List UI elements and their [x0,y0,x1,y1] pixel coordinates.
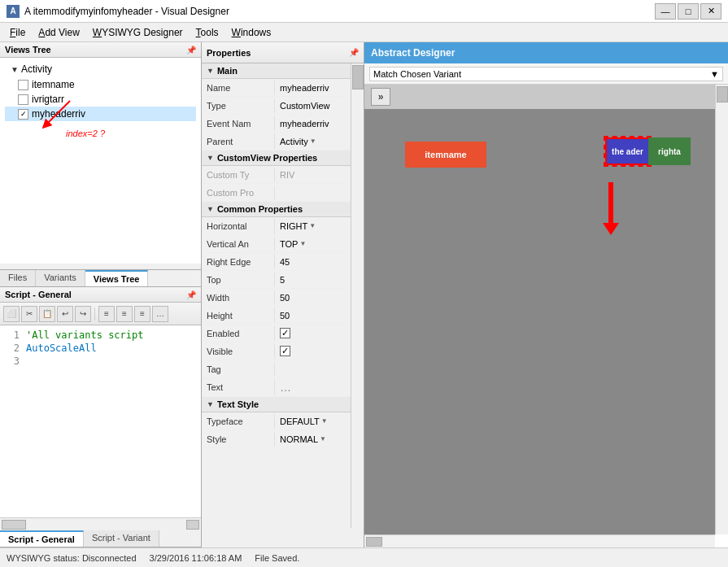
left-panel: Views Tree 📌 ▼ Activity itemname [0,42,202,547]
visible-checkbox[interactable] [280,346,290,356]
section-common[interactable]: ▼ Common Properties [202,202,364,217]
code-line-2: 2 AutoScaleAll [3,342,198,355]
properties-header: Properties 📌 [202,42,364,63]
enabled-checkbox[interactable] [280,328,290,338]
props-scroll-thumb[interactable] [352,65,364,89]
undo-icon[interactable]: ↩ [57,306,73,322]
designer-vscroll[interactable] [715,85,728,534]
prop-text: Text … [202,378,364,397]
prop-key-right-edge: Right Edge [202,255,275,269]
annotation-area: index=2 ? [21,121,196,162]
menu-file[interactable]: File [3,25,32,40]
tree-label-itemname: itemname [32,79,75,90]
designer-panel: Abstract Designer Match Chosen Variant ▼… [364,42,728,547]
separator [94,307,95,321]
navigate-button[interactable]: » [371,88,390,106]
designer-canvas[interactable]: » itemname the ader righta [364,85,715,534]
prop-tag: Tag [202,360,364,378]
props-scroll[interactable]: ▼ Main Name myheaderriv Type CustomView … [202,63,364,547]
line-num-3: 3 [3,355,20,367]
views-tree-title: Views Tree [5,45,51,55]
panel-pin-icon[interactable]: 📌 [186,46,196,55]
paste-icon[interactable]: 📋 [39,306,55,322]
scroll-thumb-right[interactable] [186,520,199,530]
prop-key-parent: Parent [202,134,275,149]
menu-windows[interactable]: Windows [225,25,278,40]
tree-expand-icon[interactable]: ▼ [8,63,21,76]
align-center-icon[interactable]: ≡ [116,306,133,322]
tab-script-general[interactable]: Script - General [0,530,84,547]
properties-panel: Properties 📌 ▼ Main Name myheaderriv Typ… [202,42,364,547]
section-customview[interactable]: ▼ CustomView Properties [202,150,364,166]
prop-right-edge: Right Edge 45 [202,253,364,271]
text-dots-button[interactable]: … [280,381,291,394]
section-text-style[interactable]: ▼ Text Style [202,397,364,412]
tab-script-variant[interactable]: Script - Variant [84,530,159,547]
script-panel: Script - General 📌 ⬜ ✂ 📋 ↩ ↪ ≡ ≡ ≡ … 1 '… [0,287,201,530]
align-right-icon[interactable]: ≡ [134,306,150,322]
tab-variants[interactable]: Variants [36,270,85,286]
prop-key-visible: Visible [202,344,275,359]
properties-pin-icon[interactable]: 📌 [349,48,359,57]
menu-tools[interactable]: Tools [190,25,225,40]
bottom-tabs: Files Variants Views Tree [0,270,201,287]
designer-vscroll-thumb[interactable] [717,86,728,102]
typeface-dropdown-arrow[interactable]: ▼ [321,417,328,425]
prop-height: Height 50 [202,307,364,325]
designer-hscroll[interactable] [364,534,715,547]
scroll-track [28,518,185,530]
prop-custom-type: Custom Ty RIV [202,166,364,184]
canvas-arrow [603,182,619,235]
prop-name: Name myheaderriv [202,79,364,97]
prop-key-tag: Tag [202,362,275,377]
menu-add-view[interactable]: Add View [32,25,86,40]
style-dropdown-arrow[interactable]: ▼ [320,435,326,443]
prop-key-top: Top [202,273,275,287]
prop-key-style: Style [202,432,275,447]
code-line-3: 3 [3,355,198,368]
script-bottom-tabs: Script - General Script - Variant [0,530,201,547]
align-left-icon[interactable]: ≡ [98,306,115,322]
widget-header[interactable]: the ader [605,137,650,165]
scroll-thumb-left[interactable] [2,520,26,530]
menu-wysiwyg[interactable]: WYSIWYG Designer [86,25,190,40]
script-content[interactable]: 1 'All variants script 2 AutoScaleAll 3 [0,325,201,517]
props-vscroll[interactable] [351,63,364,528]
prop-parent: Parent Activity ▼ [202,133,364,150]
views-tree-panel: Views Tree 📌 ▼ Activity itemname [0,42,201,270]
tree-item-activity[interactable]: ▼ Activity [5,61,196,77]
tree-item-itemname[interactable]: itemname [5,77,196,92]
prop-key-typeface: Typeface [202,414,275,429]
tree-label-activity: Activity [21,63,52,75]
minimize-button[interactable]: — [655,3,676,20]
widget-itemname[interactable]: itemname [405,142,486,168]
maximize-button[interactable]: □ [678,3,699,20]
prop-typeface: Typeface DEFAULT ▼ [202,412,364,430]
panel-header-icons: 📌 [186,46,196,55]
canvas-top-strip: » [364,85,715,109]
status-bar: WYSIWYG status: Disconnected 3/29/2016 1… [0,547,728,567]
window-controls: — □ ✕ [655,3,721,20]
prop-type: Type CustomView [202,97,364,115]
vertical-dropdown-arrow[interactable]: ▼ [299,240,306,247]
code-text-2: AutoScaleAll [26,342,97,354]
redo-icon[interactable]: ↪ [75,306,91,322]
prop-horizontal: Horizontal RIGHT ▼ [202,217,364,235]
close-button[interactable]: ✕ [700,3,721,20]
script-pin-icon[interactable]: 📌 [186,290,196,299]
designer-hscroll-thumb[interactable] [366,537,382,547]
tab-views-tree[interactable]: Views Tree [85,270,149,286]
widget-rightarr[interactable]: righta [648,137,691,165]
variant-dropdown[interactable]: Match Chosen Variant ▼ [369,67,723,81]
prop-custom-props: Custom Pro [202,184,364,202]
script-hscroll[interactable] [0,517,201,530]
more-icon[interactable]: … [152,306,168,322]
cut-icon[interactable]: ✂ [21,306,37,322]
parent-dropdown-arrow[interactable]: ▼ [310,137,316,145]
section-main[interactable]: ▼ Main [202,63,364,79]
copy-icon[interactable]: ⬜ [3,306,20,322]
tab-files[interactable]: Files [0,270,36,286]
prop-key-vertical: Vertical An [202,237,275,251]
tree-checkbox-itemname[interactable] [18,80,28,90]
horizontal-dropdown-arrow[interactable]: ▼ [309,222,316,229]
